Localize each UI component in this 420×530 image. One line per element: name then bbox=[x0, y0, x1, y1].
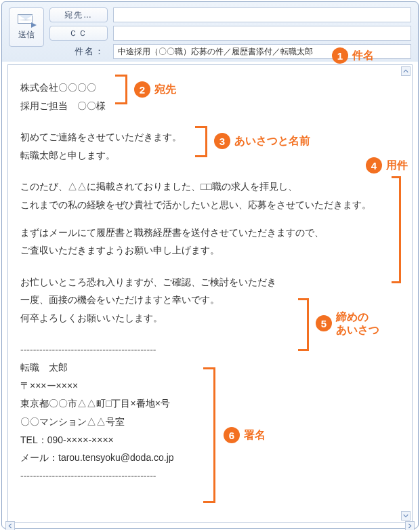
body-signature: ----------------------------------------… bbox=[20, 341, 397, 485]
send-icon bbox=[18, 14, 35, 26]
cc-button[interactable]: ＣＣ bbox=[49, 26, 108, 41]
subject-label: 件名： bbox=[49, 45, 108, 58]
body-closing: お忙しいところ恐れ入りますが、ご確認、ご検討をいただき 一度、面接の機会をいただ… bbox=[20, 273, 397, 327]
subject-input[interactable] bbox=[113, 44, 411, 59]
compose-header: 送信 宛先… ＣＣ 件名： bbox=[2, 2, 418, 62]
scroll-down-button[interactable] bbox=[401, 511, 411, 521]
horizontal-scrollbar bbox=[5, 521, 415, 529]
send-label: 送信 bbox=[18, 29, 35, 41]
to-button[interactable]: 宛先… bbox=[49, 7, 108, 22]
body-purpose: このたび、△△に掲載されておりました、□□職の求人を拝見し、 これまでの私の経験… bbox=[20, 178, 397, 259]
send-button[interactable]: 送信 bbox=[9, 7, 44, 47]
scroll-left-button[interactable] bbox=[5, 521, 15, 529]
scroll-up-button[interactable] bbox=[401, 66, 411, 76]
email-compose-window: 送信 宛先… ＣＣ 件名： bbox=[1, 1, 419, 529]
body-greeting: 初めてご連絡をさせていただきます。 転職太郎と申します。 bbox=[20, 128, 397, 164]
cc-input[interactable] bbox=[113, 26, 411, 41]
body-addressee: 株式会社〇〇〇〇 採用ご担当 〇〇様 bbox=[20, 79, 397, 115]
message-body[interactable]: 株式会社〇〇〇〇 採用ご担当 〇〇様 初めてご連絡をさせていただきます。 転職太… bbox=[7, 64, 413, 523]
scroll-right-button[interactable] bbox=[405, 521, 415, 529]
to-input[interactable] bbox=[113, 7, 411, 22]
